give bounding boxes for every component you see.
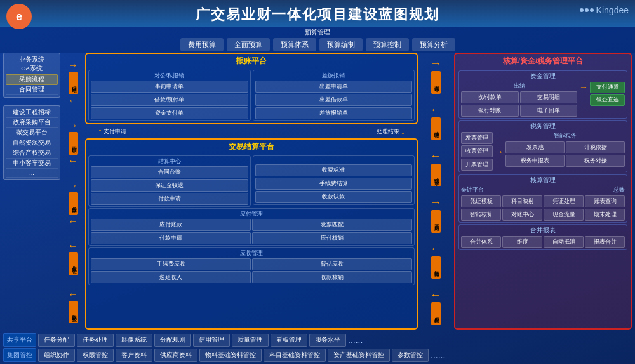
cell-travel-expense: 差旅报销单 [255, 107, 413, 119]
settlement-center-title: 结算中心 [91, 157, 248, 166]
connector-5: ← 数据校验 [68, 289, 78, 323]
reporting-platform: 报账平台 对公/私报销 事前申请单 借款/预付单 资金支付单 [85, 53, 418, 124]
budget-tabs: 费用预算 全面预算 预算体系 预算编制 预算控制 预算分析 [180, 38, 455, 51]
submit-label: 支付申请 [104, 127, 126, 136]
ar-deferred: 递延收人 [91, 271, 251, 283]
cell-invoice-pool: 发票池 [505, 141, 565, 153]
rconn-1: → 支付命令 [430, 57, 441, 94]
shared-task-assign: 任务分配 [38, 334, 75, 347]
cell-voucher-process: 凭证处理 [544, 195, 584, 207]
trade-left: 结算中心 合同台账 保证金收退 付款申请 [88, 154, 251, 207]
group-supplier-data: 供应商资料 [154, 349, 197, 362]
cell-e-receipt: 电子回单 [520, 105, 578, 117]
cell-tax-basis: 计税依据 [566, 141, 625, 153]
tag-biz-data: 业务数据 [69, 192, 78, 215]
shared-quality-mgmt: 质量管理 [232, 334, 269, 347]
arrow-right-2: → [68, 120, 78, 131]
budget-label: 预算管理 [305, 28, 330, 37]
biz-construction: 建设工程招标 [6, 108, 58, 118]
cell-payment-request: 付款申请 [91, 193, 248, 205]
public-expense-title: 对公/私报销 [91, 72, 248, 80]
ap-payment-req: 付款申请 [91, 232, 251, 244]
biz-gov-procurement: 政府采购平台 [6, 118, 58, 128]
cell-transaction-detail: 交易明细 [520, 91, 578, 103]
rconn-2: ← 收票验收 [430, 103, 441, 140]
cell-account-query: 账表查询 [585, 195, 625, 207]
cashier-label: 出纳 [461, 82, 577, 90]
cell-deposit-refund: 保证金收退 [91, 179, 248, 192]
tab-budget-compile[interactable]: 预算编制 [319, 38, 363, 51]
group-asset-data: 资产基础资料管控 [328, 349, 390, 362]
arrow-left-4: ← [68, 240, 78, 252]
left-connectors: → 处理结果 ← → 合同信息 ← → 业务数据 [63, 53, 83, 330]
group-material-data: 物料基础资料管控 [199, 349, 262, 362]
ar-grid: 手续费应收 暂估应收 递延收人 收款核销 [91, 258, 412, 283]
biz-oa: OA系统 [6, 64, 58, 74]
travel-expense-title: 差旅报销 [255, 72, 413, 80]
center-wrapper: → 处理结果 ← → 合同信息 ← → 业务数据 [63, 53, 451, 330]
rarrow-2: ← [430, 103, 441, 117]
shared-image-system: 影像系统 [116, 334, 152, 347]
tax-mgmt-title: 税务管理 [461, 122, 625, 131]
tax-mgmt-section: 税务管理 发票管理 收票管理 开票管理 → 智能税务 [458, 120, 627, 172]
right-connectors: → 支付命令 ← 收票验收 ← 收付款流水 [420, 53, 451, 330]
cell-subject-map: 科目映射 [502, 195, 542, 207]
accounting-left-label: 会计平台 [461, 186, 484, 194]
submit-arrow-row: ↑ 支付申请 处理结果 ↓ [85, 126, 418, 136]
tax-content: 发票管理 收票管理 开票管理 → 智能税务 发票池 计税依据 [461, 132, 625, 171]
cell-cash-flow: 现金流量 [544, 209, 584, 221]
rconn-3: ← 收付款流水 [430, 150, 441, 186]
biz-platforms-group: 建设工程招标 政府采购平台 碳交易平台 自然资源交易 综合产权交易 中小客车交易… [3, 105, 60, 180]
arrow-right-1: → [68, 60, 78, 71]
biz-equity: 综合产权交易 [6, 148, 58, 159]
group-subject-data: 科目基础资料管控 [264, 349, 326, 362]
logo-right: Kingdee [580, 5, 629, 15]
arrow-to-payment: → [579, 82, 588, 92]
group-more-dots: ...... [431, 350, 445, 360]
cell-travel-loan: 出差借款单 [255, 94, 413, 106]
tab-budget-full[interactable]: 全面预算 [227, 38, 270, 51]
smart-tax-label: 智能税务 [505, 132, 625, 140]
accounting-right-label: 总账 [613, 186, 625, 194]
accounting-grid: 凭证模板 科目映射 凭证处理 账表查询 智能核算 对账中心 现金流量 期末处理 [461, 195, 625, 221]
tab-budget-control[interactable]: 预算控制 [366, 38, 409, 51]
rtag-settlement-data: 结算数据 [431, 256, 441, 279]
tab-budget-system[interactable]: 预算体系 [273, 38, 316, 51]
cell-contract-account: 合同台账 [91, 166, 248, 178]
capital-left: 出纳 收/付款单 交易明细 银行对账 电子回单 [461, 82, 577, 117]
group-perm-control: 权限管控 [77, 349, 114, 362]
tag-contract-info: 合同信息 [69, 132, 78, 155]
rarrow-4: → [430, 196, 441, 209]
ar-section: 应收管理 手续费应收 暂估应收 递延收人 收款核销 [88, 247, 415, 285]
shared-platform-label: 共享平台 [3, 333, 36, 347]
rconn-6: ← 处理结果 [430, 289, 441, 325]
capital-mgmt-section: 资金管理 出纳 收/付款单 交易明细 银行对账 电子回单 [458, 70, 627, 119]
smart-tax-grid: 发票池 计税依据 税务申报表 税务对接 [505, 141, 625, 167]
tag-data-verify: 数据校验 [69, 301, 78, 323]
tab-budget-analysis[interactable]: 预算分析 [412, 38, 455, 51]
trade-right: x 收费标准 手续费结算 收款认款 [253, 154, 415, 207]
rtag-receipt-check: 收票验收 [431, 117, 441, 140]
ar-fee-receivable: 手续费应收 [91, 258, 251, 270]
trade-content: 结算中心 合同台账 保证金收退 付款申请 x [88, 154, 415, 207]
cell-bank-reconcile: 银行对账 [461, 105, 519, 117]
tab-budget-expense[interactable]: 费用预算 [180, 38, 224, 51]
tag-process-result: 处理结果 [69, 72, 78, 94]
cell-travel-prerequest: 出差申请单 [255, 81, 413, 93]
logo-left-icon: e [6, 4, 32, 29]
cell-smart-accounting: 智能核算 [461, 209, 501, 221]
arrow-up-submit: ↑ [98, 126, 102, 136]
cell-voucher-tmpl: 凭证模板 [461, 195, 501, 207]
payment-boxes: 支付通道 银企直连 [590, 82, 625, 106]
rarrow-3: ← [430, 150, 441, 163]
cell-receipt-mgmt: 收票管理 [461, 145, 493, 157]
bottom-shared: 共享平台 任务分配 任务处理 影像系统 分配规则 信用管理 质量管理 看板管理 … [0, 332, 635, 364]
group-param-control: 参数管控 [392, 349, 429, 362]
connector-3: → 业务数据 ← [68, 180, 78, 227]
fee-section: x 收费标准 手续费结算 收款认款 [253, 155, 415, 205]
biz-systems-title: 业务系统 [6, 55, 58, 64]
connector-4: ← 收付款状态 [68, 240, 78, 275]
arrow-smart-tax: → [495, 146, 504, 157]
cell-payment-order: 资金支付单 [91, 107, 248, 119]
ap-section: 应付管理 应付账款 发票匹配 付款申请 应付核销 [88, 208, 415, 246]
